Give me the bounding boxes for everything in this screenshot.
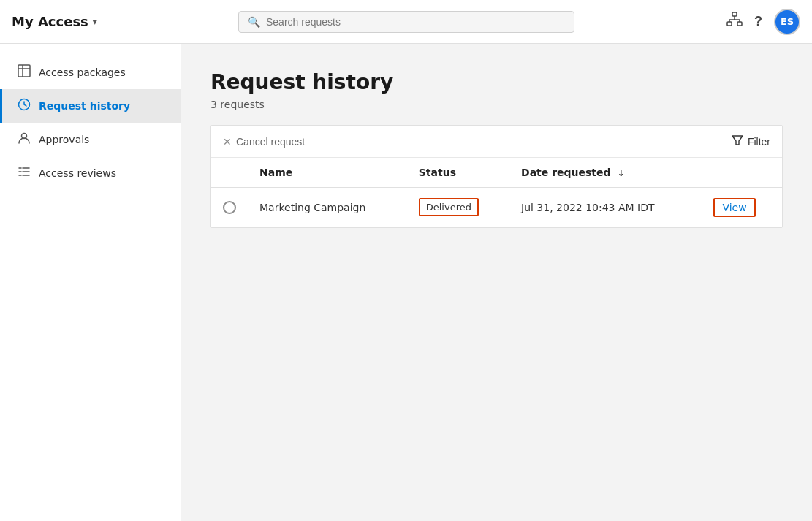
topbar: My Access ▾ 🔍 ? ES bbox=[0, 0, 812, 44]
cancel-request-label: Cancel request bbox=[236, 136, 305, 148]
topbar-right: ? ES bbox=[726, 9, 800, 35]
svg-rect-2 bbox=[737, 22, 742, 26]
svg-rect-0 bbox=[732, 12, 737, 16]
row-select-cell bbox=[211, 188, 248, 227]
cancel-icon: ✕ bbox=[223, 136, 232, 148]
search-input[interactable] bbox=[266, 16, 565, 28]
filter-icon bbox=[732, 134, 743, 148]
row-radio[interactable] bbox=[223, 201, 236, 214]
sidebar-item-approvals[interactable]: Approvals bbox=[0, 123, 181, 156]
sidebar-item-label-access-packages: Access packages bbox=[39, 66, 126, 78]
filter-label: Filter bbox=[748, 136, 770, 148]
sidebar-item-label-request-history: Request history bbox=[39, 100, 130, 112]
col-select bbox=[211, 158, 248, 188]
org-icon[interactable] bbox=[726, 12, 743, 31]
app-title-area: My Access ▾ bbox=[12, 14, 158, 29]
person-icon bbox=[17, 132, 31, 148]
page-title: Request history bbox=[210, 70, 783, 94]
request-count: 3 requests bbox=[210, 99, 783, 110]
sidebar-item-access-packages[interactable]: Access packages bbox=[0, 56, 181, 89]
help-button[interactable]: ? bbox=[754, 14, 762, 29]
data-table: Name Status Date requested ↓ bbox=[211, 158, 782, 227]
sort-icon: ↓ bbox=[617, 168, 624, 178]
table-container: ✕ Cancel request Filter bbox=[210, 125, 783, 228]
status-badge: Delivered bbox=[419, 198, 479, 216]
table-row: Marketing Campaign Delivered Jul 31, 202… bbox=[211, 188, 782, 227]
col-date-requested: Date requested ↓ bbox=[509, 158, 702, 188]
table-icon bbox=[17, 64, 31, 80]
svg-rect-1 bbox=[727, 22, 732, 26]
row-name-cell: Marketing Campaign bbox=[248, 188, 407, 227]
row-date: Jul 31, 2022 10:43 AM IDT bbox=[521, 202, 655, 213]
search-bar: 🔍 bbox=[238, 11, 574, 33]
app-title: My Access bbox=[12, 14, 88, 29]
sidebar: Access packages Request history Approval… bbox=[0, 44, 181, 521]
avatar[interactable]: ES bbox=[774, 9, 800, 35]
view-link[interactable]: View bbox=[713, 198, 755, 217]
main-content: Request history 3 requests ✕ Cancel requ… bbox=[181, 44, 812, 521]
list-icon bbox=[17, 165, 31, 181]
svg-rect-7 bbox=[18, 65, 30, 77]
row-name: Marketing Campaign bbox=[259, 202, 365, 213]
row-date-cell: Jul 31, 2022 10:43 AM IDT bbox=[509, 188, 702, 227]
history-icon bbox=[17, 98, 31, 114]
sidebar-item-label-access-reviews: Access reviews bbox=[39, 167, 116, 179]
sidebar-item-label-approvals: Approvals bbox=[39, 134, 89, 145]
main-layout: Access packages Request history Approval… bbox=[0, 44, 812, 521]
sidebar-item-request-history[interactable]: Request history bbox=[0, 89, 181, 123]
search-icon: 🔍 bbox=[248, 16, 260, 28]
table-toolbar: ✕ Cancel request Filter bbox=[211, 126, 782, 158]
table-header-row: Name Status Date requested ↓ bbox=[211, 158, 782, 188]
row-action-cell: View bbox=[702, 188, 782, 227]
svg-marker-18 bbox=[732, 136, 743, 145]
col-status: Status bbox=[407, 158, 509, 188]
chevron-down-icon: ▾ bbox=[93, 17, 97, 27]
sidebar-item-access-reviews[interactable]: Access reviews bbox=[0, 156, 181, 190]
row-status-cell: Delivered bbox=[407, 188, 509, 227]
cancel-request-button[interactable]: ✕ Cancel request bbox=[223, 136, 305, 148]
col-actions bbox=[702, 158, 782, 188]
filter-button[interactable]: Filter bbox=[732, 134, 770, 148]
col-name: Name bbox=[248, 158, 407, 188]
